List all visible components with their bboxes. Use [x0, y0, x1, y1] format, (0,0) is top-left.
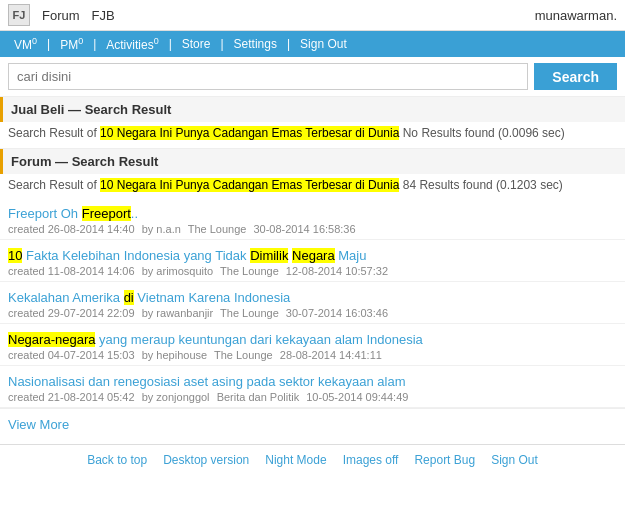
result-title-2[interactable]: 10 Fakta Kelebihan Indonesia yang Tidak … [8, 248, 617, 263]
result2-place: The Lounge [220, 265, 279, 277]
result2-by: by arimosquito [142, 265, 214, 277]
result-title-3[interactable]: Kekalahan Amerika di Vietnam Karena Indo… [8, 290, 617, 305]
forum-result-info: Search Result of 10 Negara Ini Punya Cad… [0, 174, 625, 198]
result4-place: The Lounge [214, 349, 273, 361]
nav-settings[interactable]: Settings [228, 35, 283, 53]
result-meta-1: created 26-08-2014 14:40 by n.a.n The Lo… [8, 223, 617, 235]
forum-section-header: Forum — Search Result [0, 149, 625, 174]
result4-created: created 04-07-2014 15:03 [8, 349, 135, 361]
view-more-section: View More [0, 408, 625, 440]
search-area: Search [0, 57, 625, 97]
nav-signout[interactable]: Sign Out [294, 35, 353, 53]
search-button[interactable]: Search [534, 63, 617, 90]
result3-by: by rawanbanjir [142, 307, 214, 319]
top-bar-left: FJ Forum FJB [8, 4, 115, 26]
nav-vm[interactable]: VM0 [8, 34, 43, 54]
nav-store[interactable]: Store [176, 35, 217, 53]
result-item-5: Nasionalisasi dan renegosiasi aset asing… [0, 366, 625, 408]
jual-beli-result-info: Search Result of 10 Negara Ini Punya Cad… [0, 122, 625, 149]
result-meta-5: created 21-08-2014 05:42 by zonjonggol B… [8, 391, 617, 403]
nav-pm[interactable]: PM0 [54, 34, 89, 54]
result3-created: created 29-07-2014 22:09 [8, 307, 135, 319]
result-title-5[interactable]: Nasionalisasi dan renegosiasi aset asing… [8, 374, 617, 389]
nav-sep4: | [220, 37, 223, 51]
result-title-4[interactable]: Negara-negara yang meraup keuntungan dar… [8, 332, 617, 347]
nav-sep1: | [47, 37, 50, 51]
nav-activities[interactable]: Activities0 [100, 34, 164, 54]
result-item-1: Freeport Oh Freeport.. created 26-08-201… [0, 198, 625, 240]
result3-date2: 30-07-2014 16:03:46 [286, 307, 388, 319]
result-meta-3: created 29-07-2014 22:09 by rawanbanjir … [8, 307, 617, 319]
result-meta-2: created 11-08-2014 14:06 by arimosquito … [8, 265, 617, 277]
view-more-link[interactable]: View More [8, 417, 69, 432]
jual-beli-query-highlight: 10 Negara Ini Punya Cadangan Emas Terbes… [100, 126, 399, 140]
forum-query-highlight: 10 Negara Ini Punya Cadangan Emas Terbes… [100, 178, 399, 192]
nav-bar: VM0 | PM0 | Activities0 | Store | Settin… [0, 31, 625, 57]
footer: Back to top Desktop version Night Mode I… [0, 444, 625, 475]
top-bar: FJ Forum FJB munawarman. [0, 0, 625, 31]
result1-highlight: Freeport [82, 206, 131, 221]
search-input[interactable] [8, 63, 528, 90]
result1-place: The Lounge [188, 223, 247, 235]
logo: FJ [8, 4, 30, 26]
result-item-2: 10 Fakta Kelebihan Indonesia yang Tidak … [0, 240, 625, 282]
user-display: munawarman. [535, 8, 617, 23]
result4-by: by hepihouse [142, 349, 207, 361]
result5-created: created 21-08-2014 05:42 [8, 391, 135, 403]
result-item-4: Negara-negara yang meraup keuntungan dar… [0, 324, 625, 366]
result2-created: created 11-08-2014 14:06 [8, 265, 135, 277]
jual-beli-section-header: Jual Beli — Search Result [0, 97, 625, 122]
footer-sign-out[interactable]: Sign Out [491, 453, 538, 467]
result5-place: Berita dan Politik [217, 391, 300, 403]
footer-back-to-top[interactable]: Back to top [87, 453, 147, 467]
nav-fjb-link[interactable]: FJB [92, 8, 115, 23]
result1-date2: 30-08-2014 16:58:36 [253, 223, 355, 235]
result-title-1[interactable]: Freeport Oh Freeport.. [8, 206, 617, 221]
footer-desktop-version[interactable]: Desktop version [163, 453, 249, 467]
result1-created: created 26-08-2014 14:40 [8, 223, 135, 235]
footer-images-off[interactable]: Images off [343, 453, 399, 467]
nav-forum-link[interactable]: Forum [42, 8, 80, 23]
result3-place: The Lounge [220, 307, 279, 319]
footer-report-bug[interactable]: Report Bug [414, 453, 475, 467]
result-item-3: Kekalahan Amerika di Vietnam Karena Indo… [0, 282, 625, 324]
result5-by: by zonjonggol [142, 391, 210, 403]
nav-sep5: | [287, 37, 290, 51]
nav-sep2: | [93, 37, 96, 51]
result4-date2: 28-08-2014 14:41:11 [280, 349, 382, 361]
result1-by: by n.a.n [142, 223, 181, 235]
result5-date2: 10-05-2014 09:44:49 [306, 391, 408, 403]
nav-sep3: | [169, 37, 172, 51]
result2-date2: 12-08-2014 10:57:32 [286, 265, 388, 277]
footer-night-mode[interactable]: Night Mode [265, 453, 326, 467]
result-meta-4: created 04-07-2014 15:03 by hepihouse Th… [8, 349, 617, 361]
